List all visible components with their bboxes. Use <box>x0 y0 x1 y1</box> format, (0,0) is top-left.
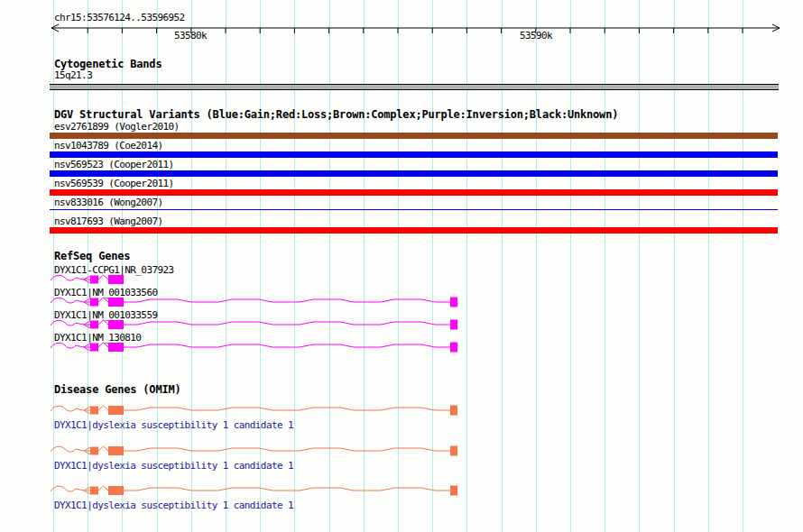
track-title-cytobands: Cytogenetic Bands <box>54 59 162 69</box>
ruler-tick-label: 53580k <box>174 31 207 41</box>
variant-bar[interactable] <box>50 151 778 158</box>
ruler-tick-label: 53590k <box>520 31 552 41</box>
variant-bar[interactable] <box>50 170 778 177</box>
variant-label: nsv569539 (Cooper2011) <box>54 179 174 188</box>
variant-bar[interactable] <box>50 209 778 210</box>
cytoband-bar[interactable] <box>50 84 779 90</box>
variant-bar[interactable] <box>50 227 778 234</box>
variant-bar[interactable] <box>50 189 778 196</box>
variant-label: nsv569523 (Cooper2011) <box>54 160 174 170</box>
track-title-refseq: RefSeq Genes <box>54 251 130 261</box>
variant-label: nsv817693 (Wang2007) <box>54 216 162 226</box>
disease-gene-label: DYX1C1|dyslexia susceptibility 1 candida… <box>54 420 293 430</box>
track-title-omim: Disease Genes (OMIM) <box>54 384 181 395</box>
track-title-dgv: DGV Structural Variants (Blue:Gain;Red:L… <box>54 109 618 120</box>
ruler-region-label: chr15:53576124..53596952 <box>54 13 185 23</box>
variant-bar[interactable] <box>50 133 778 139</box>
variant-label: nsv833016 (Wong2007) <box>54 197 162 207</box>
variant-label: nsv1043789 (Coe2014) <box>54 141 162 151</box>
variant-label: esv2761899 (Vogler2010) <box>54 122 180 132</box>
genome-browser-panel: chr15:53576124..53596952 53580k 53590k C… <box>0 0 803 532</box>
disease-gene-label: DYX1C1|dyslexia susceptibility 1 candida… <box>54 500 293 510</box>
gene-model-glyph[interactable] <box>0 335 803 359</box>
disease-gene-label: DYX1C1|dyslexia susceptibility 1 candida… <box>54 461 293 471</box>
cytoband-label: 15q21.3 <box>54 70 92 80</box>
